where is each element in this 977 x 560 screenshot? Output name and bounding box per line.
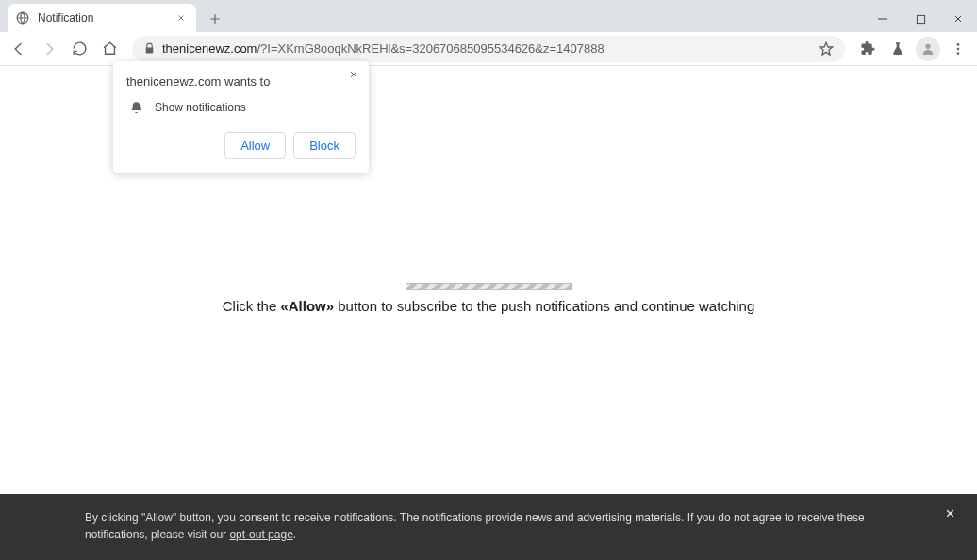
footer-close-icon[interactable] bbox=[944, 507, 956, 519]
browser-tab[interactable]: Notification bbox=[8, 4, 196, 32]
back-button[interactable] bbox=[6, 36, 32, 62]
url-path: /?I=XKmG8ooqkNkREHl&s=320670685095534626… bbox=[257, 41, 604, 56]
close-icon[interactable] bbox=[348, 69, 359, 80]
block-button[interactable]: Block bbox=[293, 132, 356, 159]
titlebar: Notification bbox=[0, 0, 977, 32]
profile-button[interactable] bbox=[915, 36, 941, 62]
menu-button[interactable] bbox=[945, 36, 971, 62]
tab-close-icon[interactable] bbox=[174, 10, 189, 25]
globe-icon bbox=[15, 10, 30, 25]
progress-bar bbox=[406, 283, 572, 290]
consent-footer: By clicking "Allow" button, you consent … bbox=[0, 494, 977, 560]
minimize-button[interactable] bbox=[864, 6, 902, 32]
url-text: thenicenewz.com/?I=XKmG8ooqkNkREHl&s=320… bbox=[162, 41, 811, 56]
window-controls bbox=[864, 6, 977, 32]
instruction-bold: «Allow» bbox=[280, 298, 334, 314]
permission-origin: thenicenewz.com wants to bbox=[126, 74, 356, 89]
tab-title: Notification bbox=[38, 11, 166, 25]
svg-point-2 bbox=[925, 43, 930, 48]
url-host: thenicenewz.com bbox=[162, 41, 257, 56]
reload-button[interactable] bbox=[66, 36, 92, 62]
svg-point-5 bbox=[957, 52, 960, 55]
bookmark-icon[interactable] bbox=[817, 40, 836, 58]
extensions-icon[interactable] bbox=[854, 36, 881, 62]
permission-description-row: Show notifications bbox=[126, 100, 356, 115]
avatar-icon bbox=[916, 37, 940, 61]
footer-text: By clicking "Allow" button, you consent … bbox=[19, 509, 958, 543]
instruction-post: button to subscribe to the push notifica… bbox=[334, 298, 754, 314]
permission-buttons: Allow Block bbox=[126, 132, 356, 159]
svg-rect-1 bbox=[917, 15, 924, 23]
opt-out-link[interactable]: opt-out page bbox=[229, 528, 292, 541]
new-tab-button[interactable] bbox=[202, 6, 228, 32]
svg-point-4 bbox=[957, 47, 960, 50]
maximize-button[interactable] bbox=[902, 6, 939, 32]
svg-point-3 bbox=[957, 43, 960, 46]
instruction-text: Click the «Allow» button to subscribe to… bbox=[223, 298, 755, 314]
instruction-pre: Click the bbox=[223, 298, 281, 314]
home-button[interactable] bbox=[96, 36, 123, 62]
address-bar[interactable]: thenicenewz.com/?I=XKmG8ooqkNkREHl&s=320… bbox=[132, 36, 845, 62]
permission-popup: thenicenewz.com wants to Show notificati… bbox=[113, 61, 369, 173]
footer-message: By clicking "Allow" button, you consent … bbox=[85, 511, 865, 541]
close-window-button[interactable] bbox=[939, 6, 977, 32]
permission-description: Show notifications bbox=[155, 101, 246, 114]
lock-icon bbox=[141, 41, 157, 57]
forward-button[interactable] bbox=[36, 36, 62, 62]
allow-button[interactable]: Allow bbox=[224, 132, 286, 159]
labs-icon[interactable] bbox=[885, 36, 911, 62]
footer-dot: . bbox=[293, 528, 296, 541]
bell-icon bbox=[128, 100, 143, 115]
